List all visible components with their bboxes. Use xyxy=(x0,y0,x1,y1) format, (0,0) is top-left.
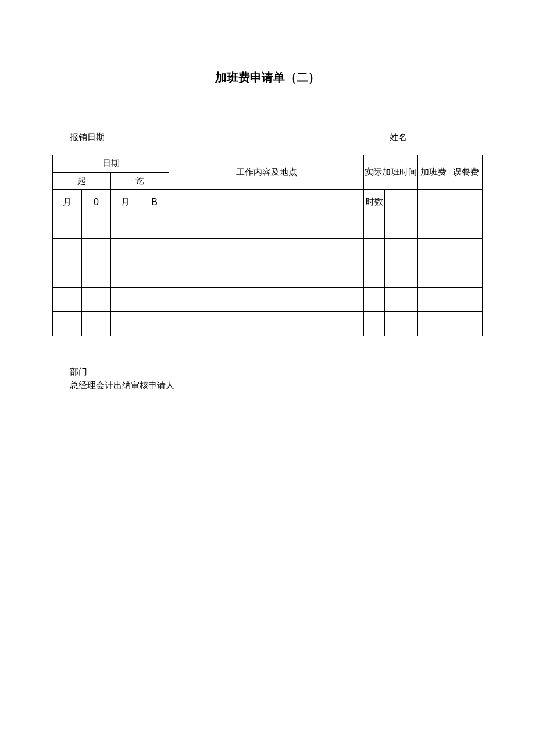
meal-cell xyxy=(450,190,483,214)
cell xyxy=(385,214,418,239)
cell xyxy=(82,239,111,263)
month-2-label: 月 xyxy=(111,190,140,214)
cell xyxy=(169,312,364,336)
month-1-label: 月 xyxy=(53,190,82,214)
cell xyxy=(53,239,82,263)
cell xyxy=(169,288,364,312)
cell xyxy=(140,263,169,288)
cell xyxy=(418,214,450,239)
cell xyxy=(140,239,169,263)
cell xyxy=(111,263,140,288)
content-cell xyxy=(169,190,364,214)
reimburse-date-label: 报销日期 xyxy=(70,132,390,143)
table-row: 月 0 月 B 时数 xyxy=(53,190,483,214)
cell xyxy=(140,312,169,336)
cell xyxy=(385,239,418,263)
name-label: 姓名 xyxy=(390,132,471,143)
hours-cell xyxy=(385,190,418,214)
cell xyxy=(140,214,169,239)
table-row xyxy=(53,312,483,336)
cell xyxy=(140,288,169,312)
table-row xyxy=(53,214,483,239)
table-row xyxy=(53,263,483,288)
cell xyxy=(82,214,111,239)
cell xyxy=(82,288,111,312)
cell xyxy=(450,239,483,263)
cell xyxy=(418,239,450,263)
page-title: 加班费申请单（二） xyxy=(52,70,483,85)
end-header: 讫 xyxy=(111,173,169,190)
start-header: 起 xyxy=(53,173,111,190)
cell xyxy=(53,263,82,288)
hours-unit-label: 时数 xyxy=(364,190,385,214)
cell xyxy=(53,214,82,239)
cell xyxy=(111,312,140,336)
cell xyxy=(364,214,385,239)
table-header-row-1: 日期 工作内容及地点 实际加班时间 加班费 误餐费 xyxy=(53,155,483,173)
overtime-table: 日期 工作内容及地点 实际加班时间 加班费 误餐费 起 讫 月 0 月 B 时数 xyxy=(52,155,483,336)
cell xyxy=(111,239,140,263)
day-1-label: 0 xyxy=(82,190,111,214)
table-row xyxy=(53,239,483,263)
department-label: 部门 xyxy=(70,366,483,379)
cell xyxy=(111,288,140,312)
cell xyxy=(364,288,385,312)
cell xyxy=(385,288,418,312)
cell xyxy=(385,312,418,336)
signature-line: 总经理会计出纳审核申请人 xyxy=(70,379,483,392)
cell xyxy=(450,214,483,239)
cell xyxy=(53,312,82,336)
day-2-label: B xyxy=(140,190,169,214)
cell xyxy=(111,214,140,239)
cell xyxy=(82,312,111,336)
meal-fee-header: 误餐费 xyxy=(450,155,483,190)
actual-time-header: 实际加班时间 xyxy=(364,155,418,190)
cell xyxy=(364,312,385,336)
cell xyxy=(169,239,364,263)
cell xyxy=(169,214,364,239)
cell xyxy=(53,288,82,312)
cell xyxy=(385,263,418,288)
cell xyxy=(450,288,483,312)
cell xyxy=(450,312,483,336)
cell xyxy=(169,263,364,288)
date-header: 日期 xyxy=(53,155,169,173)
document-page: 加班费申请单（二） 报销日期 姓名 日期 工作内容及地点 实际加班时间 加班费 … xyxy=(0,0,535,392)
footer-block: 部门 总经理会计出纳审核申请人 xyxy=(52,366,483,392)
cell xyxy=(364,239,385,263)
overtime-fee-header: 加班费 xyxy=(418,155,450,190)
header-row: 报销日期 姓名 xyxy=(52,132,483,143)
cell xyxy=(364,263,385,288)
cell xyxy=(450,263,483,288)
cell xyxy=(418,263,450,288)
fee-cell xyxy=(418,190,450,214)
cell xyxy=(82,263,111,288)
cell xyxy=(418,288,450,312)
cell xyxy=(418,312,450,336)
content-header: 工作内容及地点 xyxy=(169,155,364,190)
table-row xyxy=(53,288,483,312)
